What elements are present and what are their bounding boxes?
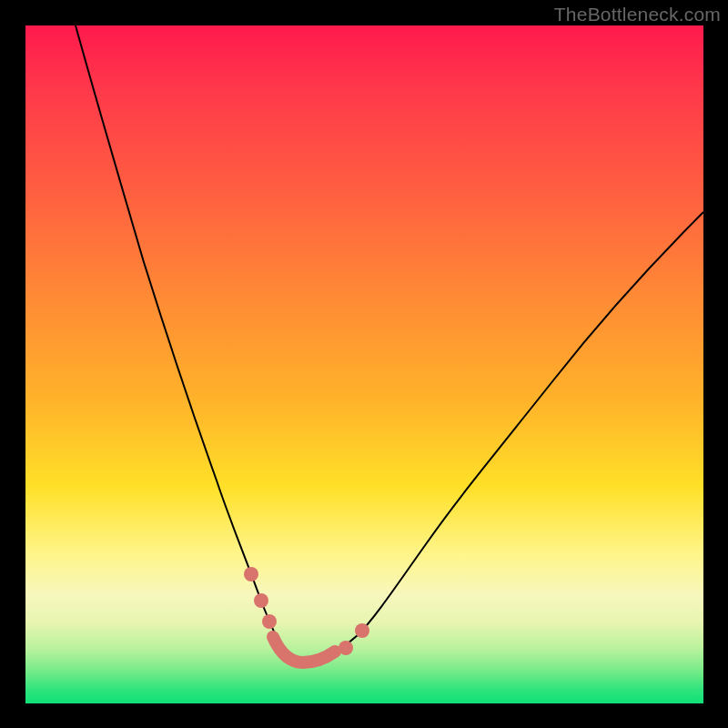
bead-right-2 — [355, 623, 369, 638]
chart-frame: TheBottleneck.com — [0, 0, 728, 728]
curve-svg — [25, 25, 703, 703]
plot-area — [25, 25, 703, 703]
bead-left-1 — [244, 567, 258, 581]
bead-left-2 — [254, 593, 268, 608]
bottleneck-curve — [76, 25, 703, 662]
watermark-text: TheBottleneck.com — [554, 4, 721, 25]
floor-bead-stroke — [273, 637, 335, 662]
bead-left-3 — [262, 614, 277, 629]
bead-right-1 — [339, 641, 353, 655]
